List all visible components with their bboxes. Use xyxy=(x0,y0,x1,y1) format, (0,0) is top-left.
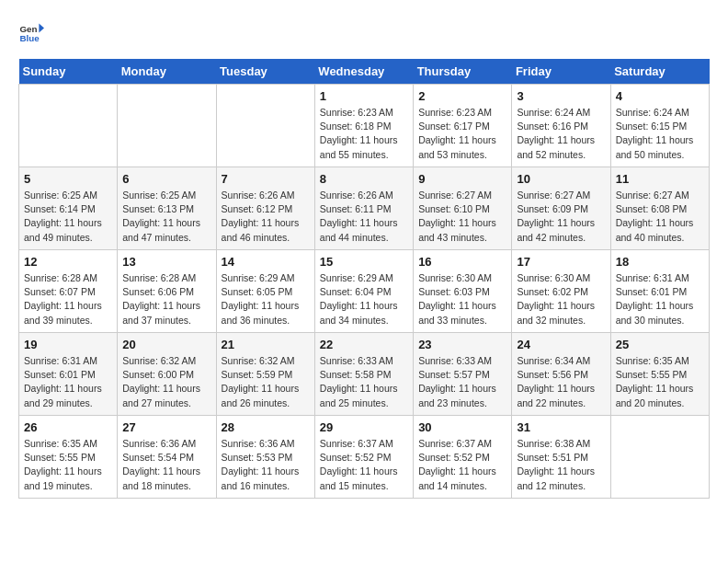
day-number: 9 xyxy=(418,172,506,186)
day-number: 22 xyxy=(320,338,408,351)
calendar-cell: 28Sunrise: 6:36 AM Sunset: 5:53 PM Dayli… xyxy=(216,416,314,499)
day-number: 12 xyxy=(24,255,112,269)
day-number: 30 xyxy=(418,420,506,434)
calendar-cell: 24Sunrise: 6:34 AM Sunset: 5:56 PM Dayli… xyxy=(512,333,610,416)
calendar-cell: 20Sunrise: 6:32 AM Sunset: 6:00 PM Dayli… xyxy=(118,333,216,416)
day-number: 4 xyxy=(616,89,704,103)
column-header-wednesday: Wednesday xyxy=(314,59,413,85)
calendar-cell: 29Sunrise: 6:37 AM Sunset: 5:52 PM Dayli… xyxy=(314,416,413,499)
day-info: Sunrise: 6:25 AM Sunset: 6:13 PM Dayligh… xyxy=(122,189,210,245)
day-number: 29 xyxy=(320,420,408,434)
calendar-cell: 10Sunrise: 6:27 AM Sunset: 6:09 PM Dayli… xyxy=(512,167,610,250)
day-info: Sunrise: 6:33 AM Sunset: 5:57 PM Dayligh… xyxy=(418,354,506,410)
calendar-header-row: SundayMondayTuesdayWednesdayThursdayFrid… xyxy=(19,59,710,85)
day-info: Sunrise: 6:31 AM Sunset: 6:01 PM Dayligh… xyxy=(24,354,112,410)
calendar-cell: 19Sunrise: 6:31 AM Sunset: 6:01 PM Dayli… xyxy=(19,333,118,416)
day-number: 19 xyxy=(24,338,112,351)
calendar-cell: 12Sunrise: 6:28 AM Sunset: 6:07 PM Dayli… xyxy=(19,250,118,333)
calendar-cell: 26Sunrise: 6:35 AM Sunset: 5:55 PM Dayli… xyxy=(19,416,118,499)
calendar-cell: 31Sunrise: 6:38 AM Sunset: 5:51 PM Dayli… xyxy=(512,416,610,499)
calendar-week-1: 1Sunrise: 6:23 AM Sunset: 6:18 PM Daylig… xyxy=(19,85,710,167)
day-info: Sunrise: 6:32 AM Sunset: 5:59 PM Dayligh… xyxy=(222,354,310,410)
day-info: Sunrise: 6:25 AM Sunset: 6:14 PM Dayligh… xyxy=(24,189,112,245)
day-number: 8 xyxy=(320,172,408,186)
day-number: 14 xyxy=(222,255,310,269)
day-info: Sunrise: 6:26 AM Sunset: 6:11 PM Dayligh… xyxy=(320,189,408,245)
calendar-cell xyxy=(19,85,118,167)
day-number: 13 xyxy=(122,255,210,269)
day-number: 20 xyxy=(122,338,210,351)
calendar-cell: 13Sunrise: 6:28 AM Sunset: 6:06 PM Dayli… xyxy=(118,250,216,333)
day-info: Sunrise: 6:29 AM Sunset: 6:05 PM Dayligh… xyxy=(222,271,310,327)
day-info: Sunrise: 6:37 AM Sunset: 5:52 PM Dayligh… xyxy=(418,437,506,493)
day-info: Sunrise: 6:28 AM Sunset: 6:07 PM Dayligh… xyxy=(24,271,112,327)
day-info: Sunrise: 6:27 AM Sunset: 6:09 PM Dayligh… xyxy=(517,189,605,245)
svg-text:Blue: Blue xyxy=(19,33,40,43)
calendar-cell: 6Sunrise: 6:25 AM Sunset: 6:13 PM Daylig… xyxy=(118,167,216,250)
calendar-cell: 5Sunrise: 6:25 AM Sunset: 6:14 PM Daylig… xyxy=(19,167,118,250)
day-number: 10 xyxy=(517,172,605,186)
day-number: 2 xyxy=(418,89,506,103)
day-info: Sunrise: 6:35 AM Sunset: 5:55 PM Dayligh… xyxy=(24,437,112,493)
calendar-cell: 4Sunrise: 6:24 AM Sunset: 6:15 PM Daylig… xyxy=(610,85,709,167)
day-info: Sunrise: 6:37 AM Sunset: 5:52 PM Dayligh… xyxy=(320,437,408,493)
calendar-cell: 27Sunrise: 6:36 AM Sunset: 5:54 PM Dayli… xyxy=(118,416,216,499)
day-info: Sunrise: 6:32 AM Sunset: 6:00 PM Dayligh… xyxy=(122,354,210,410)
calendar-week-4: 19Sunrise: 6:31 AM Sunset: 6:01 PM Dayli… xyxy=(19,333,710,416)
calendar-cell: 18Sunrise: 6:31 AM Sunset: 6:01 PM Dayli… xyxy=(610,250,709,333)
calendar-cell: 17Sunrise: 6:30 AM Sunset: 6:02 PM Dayli… xyxy=(512,250,610,333)
day-number: 25 xyxy=(616,338,704,351)
day-info: Sunrise: 6:33 AM Sunset: 5:58 PM Dayligh… xyxy=(320,354,408,410)
calendar-cell xyxy=(216,85,314,167)
day-info: Sunrise: 6:31 AM Sunset: 6:01 PM Dayligh… xyxy=(616,271,704,327)
day-number: 17 xyxy=(517,255,605,269)
day-number: 26 xyxy=(24,420,112,434)
calendar-cell: 23Sunrise: 6:33 AM Sunset: 5:57 PM Dayli… xyxy=(414,333,512,416)
day-number: 7 xyxy=(222,172,310,186)
calendar-table: SundayMondayTuesdayWednesdayThursdayFrid… xyxy=(18,59,710,499)
day-number: 28 xyxy=(222,420,310,434)
day-number: 31 xyxy=(517,420,605,434)
day-info: Sunrise: 6:30 AM Sunset: 6:02 PM Dayligh… xyxy=(517,271,605,327)
calendar-cell: 14Sunrise: 6:29 AM Sunset: 6:05 PM Dayli… xyxy=(216,250,314,333)
column-header-monday: Monday xyxy=(118,59,216,85)
calendar-cell: 25Sunrise: 6:35 AM Sunset: 5:55 PM Dayli… xyxy=(610,333,709,416)
day-number: 18 xyxy=(616,255,704,269)
page-header: Gen Blue xyxy=(18,18,710,44)
day-info: Sunrise: 6:36 AM Sunset: 5:53 PM Dayligh… xyxy=(222,437,310,493)
day-number: 3 xyxy=(517,89,605,103)
calendar-week-2: 5Sunrise: 6:25 AM Sunset: 6:14 PM Daylig… xyxy=(19,167,710,250)
calendar-cell: 9Sunrise: 6:27 AM Sunset: 6:10 PM Daylig… xyxy=(414,167,512,250)
calendar-cell: 16Sunrise: 6:30 AM Sunset: 6:03 PM Dayli… xyxy=(414,250,512,333)
calendar-cell: 21Sunrise: 6:32 AM Sunset: 5:59 PM Dayli… xyxy=(216,333,314,416)
day-number: 23 xyxy=(418,338,506,351)
column-header-friday: Friday xyxy=(512,59,610,85)
day-info: Sunrise: 6:27 AM Sunset: 6:08 PM Dayligh… xyxy=(616,189,704,245)
calendar-cell: 22Sunrise: 6:33 AM Sunset: 5:58 PM Dayli… xyxy=(314,333,413,416)
day-info: Sunrise: 6:26 AM Sunset: 6:12 PM Dayligh… xyxy=(222,189,310,245)
calendar-week-5: 26Sunrise: 6:35 AM Sunset: 5:55 PM Dayli… xyxy=(19,416,710,499)
day-info: Sunrise: 6:24 AM Sunset: 6:15 PM Dayligh… xyxy=(616,106,704,162)
day-number: 27 xyxy=(122,420,210,434)
calendar-cell: 7Sunrise: 6:26 AM Sunset: 6:12 PM Daylig… xyxy=(216,167,314,250)
day-info: Sunrise: 6:24 AM Sunset: 6:16 PM Dayligh… xyxy=(517,106,605,162)
calendar-cell xyxy=(610,416,709,499)
day-number: 24 xyxy=(517,338,605,351)
column-header-tuesday: Tuesday xyxy=(216,59,314,85)
day-info: Sunrise: 6:36 AM Sunset: 5:54 PM Dayligh… xyxy=(122,437,210,493)
column-header-thursday: Thursday xyxy=(414,59,512,85)
day-info: Sunrise: 6:23 AM Sunset: 6:18 PM Dayligh… xyxy=(320,106,408,162)
day-info: Sunrise: 6:35 AM Sunset: 5:55 PM Dayligh… xyxy=(616,354,704,410)
day-info: Sunrise: 6:34 AM Sunset: 5:56 PM Dayligh… xyxy=(517,354,605,410)
calendar-cell: 11Sunrise: 6:27 AM Sunset: 6:08 PM Dayli… xyxy=(610,167,709,250)
column-header-saturday: Saturday xyxy=(610,59,709,85)
calendar-cell xyxy=(118,85,216,167)
day-number: 6 xyxy=(122,172,210,186)
day-number: 1 xyxy=(320,89,408,103)
calendar-cell: 30Sunrise: 6:37 AM Sunset: 5:52 PM Dayli… xyxy=(414,416,512,499)
calendar-cell: 15Sunrise: 6:29 AM Sunset: 6:04 PM Dayli… xyxy=(314,250,413,333)
column-header-sunday: Sunday xyxy=(19,59,118,85)
day-number: 16 xyxy=(418,255,506,269)
day-number: 15 xyxy=(320,255,408,269)
calendar-week-3: 12Sunrise: 6:28 AM Sunset: 6:07 PM Dayli… xyxy=(19,250,710,333)
